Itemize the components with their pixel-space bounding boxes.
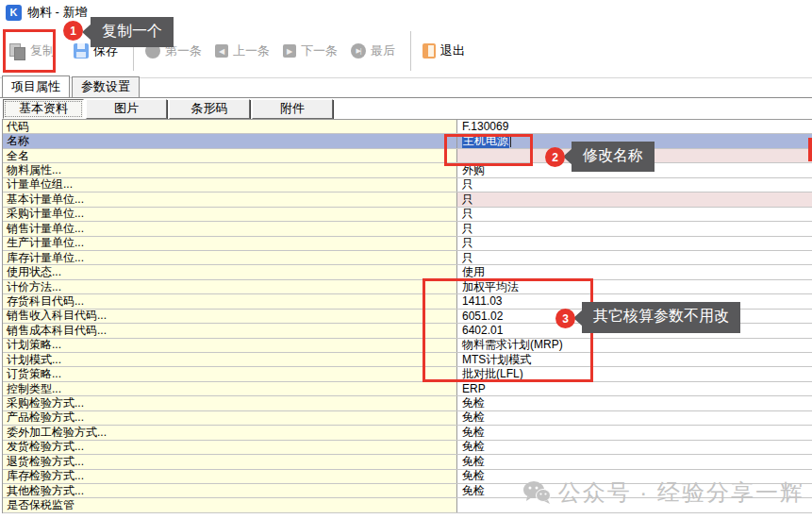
- grid-row: 使用状态...使用: [3, 265, 812, 279]
- last-record-button[interactable]: ▶| 最后: [351, 42, 395, 59]
- grid-row: 产品检验方式...免检: [3, 411, 812, 426]
- field-value[interactable]: 加权平均法: [457, 280, 812, 293]
- subtab-strip: 基本资料 图片 条形码 附件: [0, 97, 812, 119]
- grid-row: 物料属性...外购: [3, 163, 812, 177]
- previous-record-button[interactable]: ◀ 上一条: [215, 42, 270, 59]
- field-label: 使用状态...: [3, 265, 457, 278]
- toolbar-separator: [410, 31, 411, 71]
- grid-row: 计价方法...加权平均法: [3, 280, 812, 294]
- subtab-attachment[interactable]: 附件: [252, 99, 333, 119]
- field-label: 生产计量单位...: [3, 237, 457, 250]
- field-value[interactable]: 只: [457, 237, 812, 250]
- app-logo-icon: K: [6, 5, 22, 21]
- annotation-tooltip-2: 修改名称: [572, 142, 655, 172]
- field-label: 退货检验方式...: [3, 455, 457, 468]
- field-label: 计划策略...: [3, 339, 457, 352]
- exit-button[interactable]: 退出: [423, 42, 465, 59]
- grid-row: 基本计量单位...只: [3, 193, 812, 207]
- field-value[interactable]: 只: [457, 193, 812, 206]
- grid-row: 计划模式...MTS计划模式: [3, 353, 812, 367]
- step-badge-1: 1: [63, 21, 83, 41]
- step-badge-3: 3: [555, 309, 575, 328]
- subtab-picture[interactable]: 图片: [86, 99, 167, 119]
- field-label: 采购检验方式...: [3, 396, 457, 410]
- next-record-label: 下一条: [301, 42, 338, 59]
- field-label: 库存检验方式...: [3, 470, 457, 483]
- grid-row: 库存计量单位...只: [3, 251, 812, 265]
- tab-strip: 项目属性 参数设置: [0, 78, 812, 97]
- field-label: 名称: [3, 134, 457, 147]
- next-record-icon: ▶: [283, 44, 296, 58]
- field-value[interactable]: 免检: [457, 426, 812, 439]
- grid-row: 采购计量单位...只: [3, 208, 812, 222]
- grid-row: 代码F.130069: [3, 120, 812, 134]
- grid-row: 全名: [3, 149, 812, 163]
- field-value[interactable]: 只: [457, 208, 812, 221]
- watermark-text: 公众号 · 经验分享一辉: [558, 477, 804, 508]
- field-label: 计价方法...: [3, 280, 457, 293]
- grid-row: 销售计量单位...只: [3, 222, 812, 236]
- field-value[interactable]: F.130069: [457, 120, 812, 133]
- field-label: 发货检验方式...: [3, 441, 457, 454]
- copy-button-label: 复制: [30, 42, 55, 59]
- field-label: 委外加工检验方式...: [3, 426, 457, 439]
- grid-row: 采购检验方式...免检: [3, 396, 812, 410]
- grid-row: 计量单位组...只: [3, 178, 812, 193]
- field-value[interactable]: 使用: [457, 265, 812, 278]
- subtab-barcode[interactable]: 条形码: [169, 99, 250, 119]
- field-value[interactable]: 只: [457, 222, 812, 235]
- last-record-icon: ▶|: [351, 43, 366, 59]
- field-value[interactable]: 免检: [457, 455, 812, 468]
- field-value[interactable]: 批对批(LFL): [457, 367, 812, 380]
- exit-button-label: 退出: [440, 42, 465, 59]
- last-record-label: 最后: [371, 42, 395, 59]
- grid-row: 名称主机电源: [3, 134, 812, 148]
- field-value[interactable]: 只: [457, 251, 812, 264]
- field-value[interactable]: 只: [457, 178, 812, 192]
- selected-text: 主机电源: [462, 134, 509, 147]
- field-label: 控制类型...: [3, 382, 457, 395]
- edge-red-mark: [808, 138, 812, 161]
- watermark: 公众号 · 经验分享一辉: [522, 477, 804, 508]
- field-label: 库存计量单位...: [3, 251, 457, 264]
- grid-row: 委外加工检验方式...免检: [3, 426, 812, 440]
- annotation-tooltip-3: 其它核算参数不用改: [582, 302, 740, 333]
- grid-row: 生产计量单位...只: [3, 237, 812, 251]
- grid-row: 计划策略...物料需求计划(MRP): [3, 339, 812, 353]
- field-value[interactable]: MTS计划模式: [457, 353, 812, 366]
- tab-item-properties[interactable]: 项目属性: [2, 75, 70, 97]
- field-label: 订货策略...: [3, 367, 457, 380]
- field-label: 物料属性...: [3, 163, 457, 176]
- save-icon: [74, 43, 89, 59]
- previous-record-label: 上一条: [233, 42, 270, 59]
- field-value[interactable]: 免检: [457, 411, 812, 425]
- field-label: 销售成本科目代码...: [3, 324, 457, 337]
- field-label: 销售计量单位...: [3, 222, 457, 235]
- field-label: 计量单位组...: [3, 178, 457, 192]
- field-label: 全名: [3, 149, 457, 162]
- grid-row: 控制类型...ERP: [3, 382, 812, 396]
- grid-row: 发货检验方式...免检: [3, 441, 812, 455]
- field-label: 产品检验方式...: [3, 411, 457, 425]
- field-value[interactable]: 免检: [457, 441, 812, 454]
- field-label: 采购计量单位...: [3, 208, 457, 221]
- field-label: 计划模式...: [3, 353, 457, 366]
- wechat-icon: [522, 480, 551, 505]
- field-label: 代码: [3, 120, 457, 133]
- field-label: 基本计量单位...: [3, 193, 457, 206]
- exit-icon: [423, 43, 436, 59]
- annotation-tooltip-1: 复制一个: [91, 17, 174, 47]
- field-value[interactable]: ERP: [457, 382, 812, 395]
- subtab-basic-info[interactable]: 基本资料: [3, 99, 84, 119]
- field-label: 其他检验方式...: [3, 484, 457, 497]
- tab-parameter-settings[interactable]: 参数设置: [72, 76, 140, 97]
- copy-button[interactable]: 复制: [9, 42, 55, 59]
- next-record-button[interactable]: ▶ 下一条: [283, 42, 338, 59]
- field-label: 是否保税监管: [3, 498, 457, 511]
- field-label: 存货科目代码...: [3, 294, 457, 308]
- field-label: 销售收入科目代码...: [3, 310, 457, 323]
- window-title: 物料 - 新增: [27, 4, 88, 21]
- previous-record-icon: ◀: [215, 44, 228, 58]
- field-value[interactable]: 物料需求计划(MRP): [457, 339, 812, 352]
- field-value[interactable]: 免检: [457, 396, 812, 410]
